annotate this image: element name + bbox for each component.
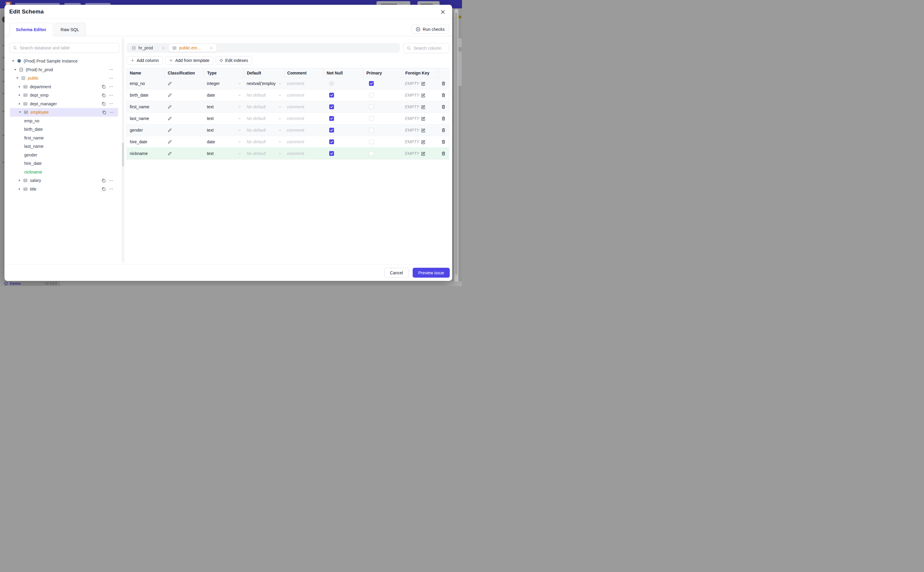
edit-indexes-button[interactable]: Edit indexes	[215, 56, 252, 65]
more-actions-icon[interactable]	[109, 110, 114, 115]
classification-edit-icon[interactable]	[167, 117, 172, 121]
copy-icon[interactable]	[101, 187, 106, 191]
copy-icon[interactable]	[101, 178, 106, 183]
page-scrollbar-thumb[interactable]	[455, 12, 457, 275]
close-tab-icon[interactable]	[209, 47, 213, 50]
close-tab-icon[interactable]	[162, 47, 165, 50]
comment-field[interactable]: comment	[287, 151, 324, 156]
column-name[interactable]: emp_no	[130, 81, 164, 86]
primary-checkbox[interactable]	[369, 93, 374, 98]
foreign-key-editor[interactable]: EMPTY	[405, 128, 426, 132]
primary-checkbox[interactable]	[369, 104, 374, 109]
trash-icon[interactable]	[441, 151, 446, 156]
classification-edit-icon[interactable]	[167, 81, 172, 86]
more-actions-icon[interactable]	[109, 84, 113, 89]
close-icon[interactable]	[440, 9, 445, 15]
tree-item--prod-hr_prod[interactable]: (Prod) hr_prod	[9, 65, 119, 74]
type-select[interactable]: text	[204, 124, 244, 136]
comment-field[interactable]: comment	[287, 140, 324, 144]
tab-raw-sql[interactable]: Raw SQL	[54, 23, 86, 36]
not-null-checkbox[interactable]	[329, 104, 334, 109]
comment-field[interactable]: comment	[287, 81, 324, 86]
tree-item-last_name[interactable]: last_name	[9, 142, 119, 151]
column-name[interactable]: hire_date	[130, 140, 164, 144]
tree-item-title[interactable]: title	[9, 185, 119, 194]
tree-item-dept_manager[interactable]: dept_manager	[9, 99, 119, 108]
foreign-key-editor[interactable]: EMPTY	[405, 81, 426, 86]
tree-item-gender[interactable]: gender	[9, 151, 119, 159]
type-select[interactable]: text	[204, 113, 244, 124]
default-select[interactable]: No default	[244, 101, 284, 112]
primary-checkbox[interactable]	[369, 128, 374, 132]
type-select[interactable]: date	[204, 89, 244, 101]
copy-icon[interactable]	[101, 93, 106, 98]
tree-item-emp_no[interactable]: emp_no	[9, 117, 119, 125]
classification-edit-icon[interactable]	[167, 105, 172, 109]
default-select[interactable]: No default	[244, 113, 284, 124]
trash-icon[interactable]	[441, 128, 446, 132]
not-null-checkbox[interactable]	[329, 128, 334, 132]
primary-checkbox[interactable]	[369, 151, 374, 156]
primary-checkbox[interactable]	[369, 116, 374, 121]
comment-field[interactable]: comment	[287, 116, 324, 121]
type-select[interactable]: text	[204, 148, 244, 159]
caret-right-icon[interactable]	[18, 179, 21, 182]
open-tab-public-em-[interactable]: public.em...	[169, 44, 217, 52]
column-name[interactable]: nickname	[130, 151, 164, 156]
type-select[interactable]: text	[204, 101, 244, 112]
comment-field[interactable]: comment	[287, 104, 324, 109]
caret-right-icon[interactable]	[18, 85, 21, 88]
foreign-key-editor[interactable]: EMPTY	[405, 151, 426, 156]
not-null-checkbox[interactable]	[329, 140, 334, 144]
trash-icon[interactable]	[441, 93, 446, 98]
trash-icon[interactable]	[441, 140, 446, 144]
caret-down-icon[interactable]	[14, 68, 17, 71]
tree-item-salary[interactable]: salary	[9, 176, 119, 185]
more-actions-icon[interactable]	[109, 101, 113, 106]
tree-item-dept_emp[interactable]: dept_emp	[9, 91, 119, 99]
tree-item-nickname[interactable]: nickname	[9, 168, 119, 177]
classification-edit-icon[interactable]	[167, 151, 172, 156]
copy-icon[interactable]	[101, 101, 106, 106]
tree-item-birth_date[interactable]: birth_date	[9, 125, 119, 134]
tree-item-department[interactable]: department	[9, 82, 119, 91]
foreign-key-editor[interactable]: EMPTY	[405, 116, 426, 121]
classification-edit-icon[interactable]	[167, 128, 172, 132]
trash-icon[interactable]	[441, 81, 446, 86]
classification-edit-icon[interactable]	[167, 140, 172, 144]
more-actions-icon[interactable]	[109, 93, 113, 98]
default-select[interactable]: No default	[244, 124, 284, 136]
not-null-checkbox[interactable]	[329, 93, 334, 98]
caret-down-icon[interactable]	[16, 76, 19, 79]
caret-right-icon[interactable]	[18, 188, 21, 191]
tree-item--prod-prod-sample-instance[interactable]: (Prod) Prod Sample Instance	[9, 57, 119, 65]
type-select[interactable]: integer	[204, 78, 244, 89]
default-select[interactable]: No default	[244, 148, 284, 159]
default-select[interactable]: No default	[244, 89, 284, 101]
tab-schema-editor[interactable]: Schema Editor	[9, 23, 53, 36]
preview-issue-button[interactable]: Preview issue	[412, 268, 450, 278]
default-select[interactable]: nextval('employ	[244, 78, 284, 89]
open-tab-hr_prod[interactable]: hr_prod	[128, 43, 169, 53]
default-select[interactable]: No default	[244, 136, 284, 148]
tree-item-hire_date[interactable]: hire_date	[9, 159, 119, 168]
tree-search-input[interactable]	[9, 43, 119, 53]
column-name[interactable]: gender	[130, 128, 164, 132]
add-from-template-button[interactable]: Add from template	[165, 56, 213, 65]
copy-icon[interactable]	[101, 84, 106, 89]
type-select[interactable]: date	[204, 136, 244, 148]
tree-item-first_name[interactable]: first_name	[9, 134, 119, 142]
add-column-button[interactable]: Add column	[127, 56, 163, 65]
foreign-key-editor[interactable]: EMPTY	[405, 140, 426, 144]
column-name[interactable]: first_name	[130, 104, 164, 109]
copy-icon[interactable]	[102, 110, 107, 115]
column-name[interactable]: last_name	[130, 116, 164, 121]
caret-down-icon[interactable]	[19, 111, 22, 114]
caret-right-icon[interactable]	[18, 94, 21, 96]
foreign-key-editor[interactable]: EMPTY	[405, 104, 426, 109]
primary-checkbox[interactable]	[369, 140, 374, 144]
trash-icon[interactable]	[441, 116, 446, 121]
cancel-button[interactable]: Cancel	[384, 268, 409, 278]
comment-field[interactable]: comment	[287, 93, 324, 98]
trash-icon[interactable]	[441, 104, 446, 109]
